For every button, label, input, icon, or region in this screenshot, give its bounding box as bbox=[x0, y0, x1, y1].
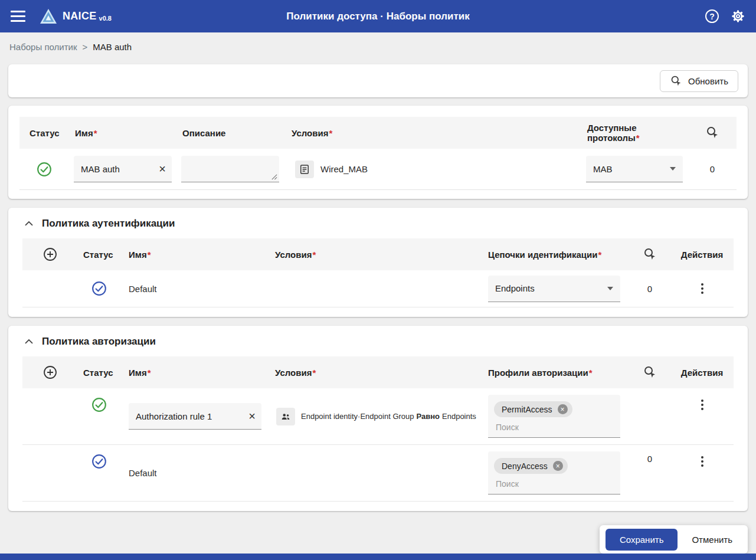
app-bar: NAICE v0.8 Политики доступа · Наборы пол… bbox=[0, 0, 756, 32]
hamburger-menu-icon[interactable] bbox=[11, 11, 25, 22]
col-header-name: Имя* bbox=[69, 128, 176, 138]
row-actions-kebab-icon[interactable] bbox=[699, 281, 706, 296]
help-icon[interactable]: ? bbox=[705, 9, 719, 23]
policy-set-name-input[interactable] bbox=[74, 156, 172, 182]
chip-remove-icon[interactable]: × bbox=[558, 404, 568, 414]
col-header-name: Имя* bbox=[121, 368, 260, 378]
condition-text: Endpoint identity·Endpoint Group Равно E… bbox=[301, 412, 476, 421]
status-ok-icon bbox=[37, 162, 52, 177]
appbar-actions: ? bbox=[705, 9, 745, 24]
save-button[interactable]: Сохранить bbox=[606, 529, 678, 551]
col-header-conditions: Условия* bbox=[260, 368, 481, 378]
col-header-description: Описание bbox=[176, 128, 286, 138]
required-mark: * bbox=[148, 250, 151, 260]
col-header-actions: Действия bbox=[681, 250, 723, 260]
bottom-bar bbox=[0, 554, 756, 560]
col-header-actions: Действия bbox=[681, 368, 723, 378]
status-ok-icon bbox=[91, 454, 107, 469]
refresh-button[interactable]: Обновить bbox=[660, 70, 738, 92]
brand-name: NAICE bbox=[63, 10, 97, 22]
identity-chain-select[interactable]: Endpoints bbox=[488, 276, 620, 302]
rule-name: Default bbox=[121, 284, 260, 294]
policy-set-row: × Wired_MAB MAB 0 bbox=[19, 149, 737, 190]
endpoint-group-icon[interactable] bbox=[276, 408, 295, 425]
required-mark: * bbox=[329, 128, 332, 138]
authorization-profiles-field: DenyAccess × bbox=[488, 451, 620, 494]
breadcrumb: Наборы политик > MAB auth bbox=[0, 32, 756, 61]
collapse-chevron-icon[interactable] bbox=[22, 335, 35, 348]
row-actions-kebab-icon[interactable] bbox=[699, 397, 706, 412]
authorization-policy-header: Политика авторизации bbox=[22, 335, 734, 348]
policy-set-name-field: × bbox=[74, 156, 172, 182]
authz-policy-table-header: Статус Имя* Условия* Профили авторизации… bbox=[22, 356, 734, 388]
authentication-policy-card: Политика аутентификации Статус Имя* Усло… bbox=[8, 208, 748, 317]
condition-name: Wired_MAB bbox=[320, 164, 368, 174]
clear-icon[interactable]: × bbox=[159, 163, 166, 175]
authorization-policy-card: Политика авторизации Статус Имя* Условия… bbox=[8, 326, 748, 511]
add-rule-button[interactable] bbox=[43, 365, 57, 379]
brand-version: v0.8 bbox=[99, 15, 112, 22]
protocols-select-value: MAB bbox=[593, 164, 613, 174]
required-mark: * bbox=[94, 128, 97, 138]
profile-chip-label: DenyAccess bbox=[502, 461, 548, 471]
authz-policy-row: × Endpoint identity·Endpoint Group Равно… bbox=[22, 388, 734, 445]
chevron-down-icon bbox=[670, 167, 676, 171]
hit-counter-icon[interactable] bbox=[643, 247, 657, 261]
required-mark: * bbox=[312, 250, 316, 260]
condition-library-icon[interactable] bbox=[295, 161, 314, 178]
clear-icon[interactable]: × bbox=[248, 410, 256, 422]
breadcrumb-parent-link[interactable]: Наборы политик bbox=[9, 42, 77, 52]
toolbar-card: Обновить bbox=[8, 64, 748, 97]
required-mark: * bbox=[148, 368, 151, 378]
resize-handle-icon[interactable] bbox=[271, 173, 277, 180]
policy-set-card: Статус Имя* Описание Условия* Доступные … bbox=[8, 106, 748, 199]
section-title: Политика авторизации bbox=[42, 336, 156, 348]
policy-set-table-header: Статус Имя* Описание Условия* Доступные … bbox=[19, 117, 737, 149]
hit-count: 0 bbox=[647, 284, 652, 294]
policy-set-condition-cell: Wired_MAB bbox=[286, 161, 581, 178]
required-mark: * bbox=[636, 133, 640, 143]
refresh-button-label: Обновить bbox=[688, 76, 728, 86]
hit-counter-icon[interactable] bbox=[643, 365, 657, 379]
rule-name-field: × bbox=[129, 403, 261, 430]
authorization-profiles-field: PermitAccess × bbox=[488, 395, 620, 438]
profile-search-input[interactable] bbox=[494, 479, 614, 489]
naice-logo bbox=[40, 8, 57, 24]
auth-policy-table-header: Статус Имя* Условия* Цепочки идентификац… bbox=[22, 238, 734, 270]
chip-remove-icon[interactable]: × bbox=[553, 461, 563, 471]
col-header-status: Статус bbox=[19, 128, 69, 138]
protocols-select[interactable]: MAB bbox=[586, 156, 683, 182]
row-actions-kebab-icon[interactable] bbox=[699, 454, 706, 469]
col-header-identity-chains: Цепочки идентификации* bbox=[481, 250, 629, 260]
auth-policy-row: Default Endpoints 0 bbox=[22, 270, 734, 307]
authentication-policy-header: Политика аутентификации bbox=[22, 217, 734, 230]
settings-gear-icon[interactable] bbox=[731, 9, 745, 24]
profile-search-input[interactable] bbox=[494, 423, 614, 432]
rule-name: Default bbox=[121, 468, 260, 478]
chevron-down-icon bbox=[607, 287, 613, 290]
hit-counter-icon[interactable] bbox=[705, 126, 719, 140]
collapse-chevron-icon[interactable] bbox=[22, 217, 35, 230]
required-mark: * bbox=[312, 368, 316, 378]
required-mark: * bbox=[589, 368, 593, 378]
hit-count: 0 bbox=[710, 164, 715, 174]
footer-actions: Сохранить Отменить bbox=[600, 525, 748, 554]
rule-condition-cell: Endpoint identity·Endpoint Group Равно E… bbox=[260, 408, 481, 425]
col-header-conditions: Условия* bbox=[286, 128, 581, 138]
identity-chain-value: Endpoints bbox=[495, 283, 535, 293]
col-header-status: Статус bbox=[77, 368, 121, 378]
col-header-name: Имя* bbox=[121, 250, 260, 260]
col-header-status: Статус bbox=[77, 250, 121, 260]
page-title: Политики доступа · Наборы политик bbox=[286, 11, 469, 22]
policy-set-description-field bbox=[181, 156, 279, 182]
profile-chip: PermitAccess × bbox=[494, 401, 572, 417]
profile-chip-label: PermitAccess bbox=[502, 405, 552, 414]
status-ok-icon bbox=[91, 281, 107, 296]
rule-name-input[interactable] bbox=[129, 403, 261, 429]
policy-set-description-textarea[interactable] bbox=[181, 156, 279, 182]
hit-count: 0 bbox=[647, 454, 652, 464]
col-header-protocols: Доступные протоколы* bbox=[581, 123, 688, 143]
cancel-button[interactable]: Отменить bbox=[681, 529, 743, 551]
add-rule-button[interactable] bbox=[43, 247, 57, 261]
profile-chip: DenyAccess × bbox=[494, 458, 568, 474]
